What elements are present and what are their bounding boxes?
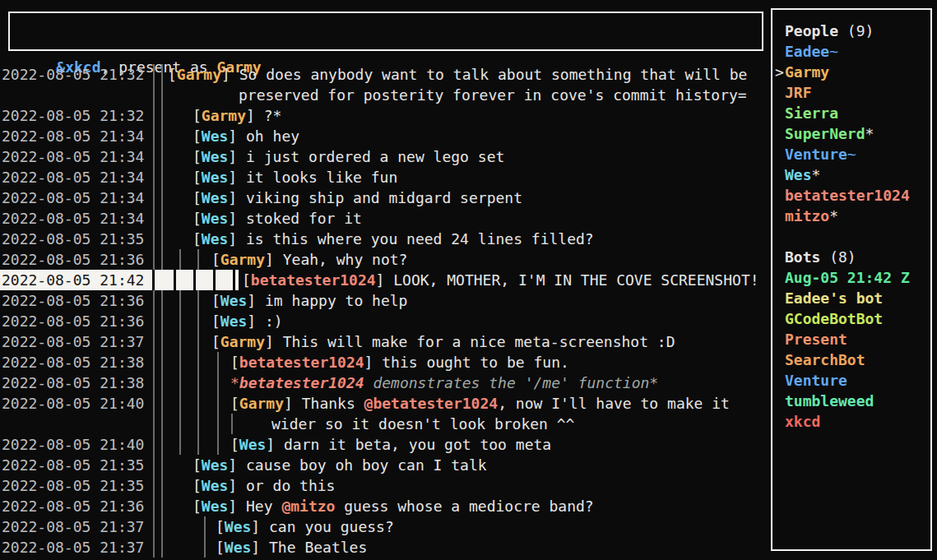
message-text: ] The Beatles <box>251 539 367 556</box>
thread-guide-line <box>231 414 233 434</box>
thread-guide-line <box>197 393 199 414</box>
chat-message-row[interactable]: 2022-08-05 21:32[Garmy] ?* <box>0 105 771 126</box>
bot-list-item[interactable]: Venture <box>772 370 930 391</box>
thread-guide-line <box>161 208 163 229</box>
person-list-item[interactable]: mitzo* <box>772 206 930 226</box>
thread-guide-line <box>197 311 199 331</box>
message-text: ] ?* <box>246 107 281 124</box>
person-nick: Eadee <box>785 43 829 60</box>
chat-message-row[interactable]: 2022-08-05 21:35[Wes] or do this <box>0 475 771 496</box>
chat-message-row[interactable]: 2022-08-05 21:32[Garmy] So does anybody … <box>0 64 771 85</box>
message-timestamp: 2022-08-05 21:36 <box>2 311 144 331</box>
message-nick: Wes <box>202 498 229 515</box>
thread-guide-line <box>161 311 163 331</box>
message-text: ] Thanks <box>284 395 364 412</box>
message-text: ] Hey <box>228 498 281 515</box>
nick-suffix: * <box>812 166 821 183</box>
message-text: [ <box>193 230 202 248</box>
person-nick: Sierra <box>785 104 838 122</box>
message-timestamp: 2022-08-05 21:38 <box>2 352 144 373</box>
chat-message-row[interactable]: 2022-08-05 21:40[Garmy] Thanks @betatest… <box>0 393 771 414</box>
bot-list-item[interactable]: Aug-05 21:42 Z <box>772 267 930 288</box>
chat-message-row[interactable]: 2022-08-05 21:40[Wes] darn it beta, you … <box>0 434 771 455</box>
chat-message-row[interactable]: 2022-08-05 21:36[Wes] :) <box>0 311 771 331</box>
message-text: ] Yeah, why not? <box>265 251 407 268</box>
chat-message-row[interactable]: 2022-08-05 21:37[Wes] can you guess? <box>0 516 771 537</box>
thread-guide-line <box>204 516 206 537</box>
message-content: preserved for posterity forever in cove'… <box>239 85 747 105</box>
message-nick: Garmy <box>220 333 265 350</box>
person-nick: JRF <box>785 84 812 101</box>
chat-message-row[interactable]: 2022-08-05 21:34[Wes] it looks like fun <box>0 167 771 187</box>
people-section-title-count: (9) <box>838 22 874 39</box>
chat-message-row[interactable]: 2022-08-05 21:42[betatester1024] LOOK, M… <box>0 270 771 290</box>
message-text: preserved for posterity forever in cove'… <box>239 86 747 104</box>
chat-message-row[interactable]: 2022-08-05 21:37[Garmy] This will make f… <box>0 331 771 352</box>
thread-guide-line <box>179 311 181 331</box>
chat-message-row[interactable]: 2022-08-05 21:35[Wes] is this where you … <box>0 229 771 249</box>
user-list-panel: People (9)Eadee~>GarmyJRFSierraSuperNerd… <box>771 8 932 551</box>
selected-user-cursor: > <box>775 62 784 82</box>
message-timestamp: 2022-08-05 21:40 <box>2 393 144 414</box>
person-nick: Venture <box>785 146 847 163</box>
thread-guide-gap <box>233 270 235 290</box>
thread-guide-line <box>217 352 219 373</box>
chat-message-row[interactable]: 2022-08-05 21:38*betatester1024 demonstr… <box>0 373 771 393</box>
thread-guide-line <box>161 85 163 105</box>
thread-guide-line <box>217 434 219 455</box>
message-nick: Wes <box>202 456 229 474</box>
chat-message-row[interactable]: 2022-08-05 21:34[Wes] oh hey <box>0 126 771 146</box>
bot-list-item[interactable]: tumbleweed <box>772 391 930 411</box>
thread-guide-line <box>179 249 181 270</box>
message-text: [ <box>193 189 202 206</box>
chat-message-row[interactable]: 2022-08-05 21:34[Wes] i just ordered a n… <box>0 146 771 167</box>
thread-guide-gap <box>213 270 216 290</box>
person-list-item[interactable]: >Garmy <box>772 62 930 82</box>
chat-message-row[interactable]: wider so it doesn't look broken ^^ <box>0 414 771 434</box>
nick-suffix: ~ <box>847 146 856 163</box>
thread-guide-line <box>179 414 181 434</box>
message-nick: betatester1024 <box>251 271 376 289</box>
thread-guide-line <box>217 414 219 434</box>
bot-list-item[interactable]: Present <box>772 329 930 349</box>
thread-guide-line <box>197 434 199 455</box>
message-timestamp: 2022-08-05 21:36 <box>2 496 144 516</box>
message-text: [ <box>168 66 177 83</box>
chat-message-row[interactable]: 2022-08-05 21:34[Wes] viking ship and mi… <box>0 187 771 208</box>
bot-list-item[interactable]: Eadee's bot <box>772 288 930 308</box>
bot-list-item[interactable]: xkcd <box>772 411 930 432</box>
chat-message-row[interactable]: 2022-08-05 21:38[betatester1024] this ou… <box>0 352 771 373</box>
thread-guide-line <box>197 290 199 311</box>
message-content: [Wes] viking ship and midgard serpent <box>193 187 522 208</box>
message-timestamp: 2022-08-05 21:35 <box>2 455 144 475</box>
person-list-item[interactable]: SuperNerd* <box>772 123 930 144</box>
message-text: ] So does anybody want to talk about som… <box>221 66 747 83</box>
message-content: wider so it doesn't look broken ^^ <box>271 414 574 434</box>
message-text: ] viking ship and midgard serpent <box>228 189 522 206</box>
message-timestamp: 2022-08-05 21:36 <box>2 290 144 311</box>
message-text: ] is this where you need 24 lines filled… <box>228 230 593 248</box>
chat-message-row[interactable]: 2022-08-05 21:37[Wes] The Beatles <box>0 537 771 558</box>
message-timestamp: 2022-08-05 21:42 <box>2 270 144 290</box>
message-text: demonstrates the '/me' function* <box>364 374 659 391</box>
chat-message-row[interactable]: 2022-08-05 21:34[Wes] stoked for it <box>0 208 771 229</box>
message-text: [ <box>193 210 202 227</box>
person-list-item[interactable]: Wes* <box>772 164 930 185</box>
chat-message-row[interactable]: 2022-08-05 21:36[Garmy] Yeah, why not? <box>0 249 771 270</box>
bot-list-item[interactable]: SearchBot <box>772 349 930 370</box>
person-list-item[interactable]: betatester1024 <box>772 185 930 206</box>
chat-message-row[interactable]: 2022-08-05 21:36[Wes] im happy to help <box>0 290 771 311</box>
message-text: [ <box>193 456 202 474</box>
bot-list-item[interactable]: GCodeBotBot <box>772 308 930 329</box>
chat-message-row[interactable]: 2022-08-05 21:36[Wes] Hey @mitzo guess w… <box>0 496 771 516</box>
thread-guide-line <box>161 516 163 537</box>
message-timestamp: 2022-08-05 21:37 <box>2 516 144 537</box>
message-timestamp: 2022-08-05 21:36 <box>2 249 144 270</box>
chat-message-row[interactable]: preserved for posterity forever in cove'… <box>0 85 771 105</box>
person-list-item[interactable]: Sierra <box>772 103 930 123</box>
person-list-item[interactable]: Eadee~ <box>772 41 930 62</box>
person-list-item[interactable]: Venture~ <box>772 144 930 164</box>
chat-message-row[interactable]: 2022-08-05 21:35[Wes] cause boy oh boy c… <box>0 455 771 475</box>
person-list-item[interactable]: JRF <box>772 82 930 103</box>
message-content: [Wes] im happy to help <box>211 290 407 311</box>
